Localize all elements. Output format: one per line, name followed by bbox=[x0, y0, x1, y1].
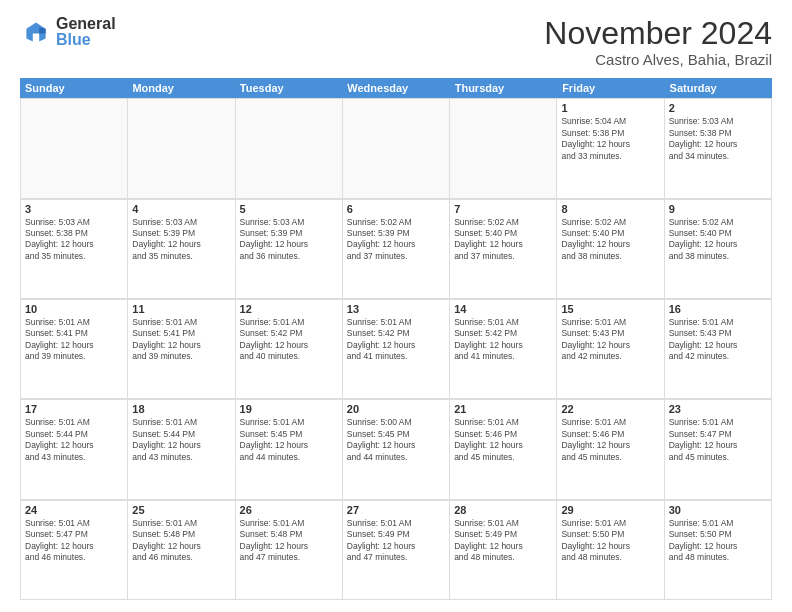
logo: General Blue bbox=[20, 16, 116, 48]
cell-info: Sunrise: 5:02 AM Sunset: 5:40 PM Dayligh… bbox=[454, 217, 552, 263]
day-number: 28 bbox=[454, 504, 552, 516]
calendar-cell: 7Sunrise: 5:02 AM Sunset: 5:40 PM Daylig… bbox=[450, 200, 557, 299]
calendar-cell: 16Sunrise: 5:01 AM Sunset: 5:43 PM Dayli… bbox=[665, 300, 772, 399]
day-number: 3 bbox=[25, 203, 123, 215]
calendar-cell: 9Sunrise: 5:02 AM Sunset: 5:40 PM Daylig… bbox=[665, 200, 772, 299]
cell-info: Sunrise: 5:00 AM Sunset: 5:45 PM Dayligh… bbox=[347, 417, 445, 463]
cell-info: Sunrise: 5:02 AM Sunset: 5:40 PM Dayligh… bbox=[669, 217, 767, 263]
cell-info: Sunrise: 5:03 AM Sunset: 5:39 PM Dayligh… bbox=[240, 217, 338, 263]
page: General Blue November 2024 Castro Alves,… bbox=[0, 0, 792, 612]
calendar-cell: 22Sunrise: 5:01 AM Sunset: 5:46 PM Dayli… bbox=[557, 400, 664, 499]
calendar-cell: 29Sunrise: 5:01 AM Sunset: 5:50 PM Dayli… bbox=[557, 501, 664, 600]
calendar-cell: 18Sunrise: 5:01 AM Sunset: 5:44 PM Dayli… bbox=[128, 400, 235, 499]
header-cell-saturday: Saturday bbox=[665, 78, 772, 98]
day-number: 22 bbox=[561, 403, 659, 415]
calendar-cell: 21Sunrise: 5:01 AM Sunset: 5:46 PM Dayli… bbox=[450, 400, 557, 499]
day-number: 26 bbox=[240, 504, 338, 516]
day-number: 7 bbox=[454, 203, 552, 215]
calendar-cell: 10Sunrise: 5:01 AM Sunset: 5:41 PM Dayli… bbox=[21, 300, 128, 399]
calendar-cell bbox=[450, 99, 557, 198]
day-number: 16 bbox=[669, 303, 767, 315]
day-number: 18 bbox=[132, 403, 230, 415]
calendar-row-1: 1Sunrise: 5:04 AM Sunset: 5:38 PM Daylig… bbox=[20, 98, 772, 198]
calendar-row-5: 24Sunrise: 5:01 AM Sunset: 5:47 PM Dayli… bbox=[20, 500, 772, 600]
day-number: 2 bbox=[669, 102, 767, 114]
header-cell-thursday: Thursday bbox=[450, 78, 557, 98]
cell-info: Sunrise: 5:03 AM Sunset: 5:39 PM Dayligh… bbox=[132, 217, 230, 263]
cell-info: Sunrise: 5:03 AM Sunset: 5:38 PM Dayligh… bbox=[25, 217, 123, 263]
cell-info: Sunrise: 5:01 AM Sunset: 5:44 PM Dayligh… bbox=[132, 417, 230, 463]
cell-info: Sunrise: 5:01 AM Sunset: 5:47 PM Dayligh… bbox=[25, 518, 123, 564]
cell-info: Sunrise: 5:01 AM Sunset: 5:46 PM Dayligh… bbox=[561, 417, 659, 463]
calendar-cell: 11Sunrise: 5:01 AM Sunset: 5:41 PM Dayli… bbox=[128, 300, 235, 399]
day-number: 11 bbox=[132, 303, 230, 315]
calendar-cell bbox=[21, 99, 128, 198]
day-number: 10 bbox=[25, 303, 123, 315]
cell-info: Sunrise: 5:01 AM Sunset: 5:49 PM Dayligh… bbox=[454, 518, 552, 564]
calendar-cell: 6Sunrise: 5:02 AM Sunset: 5:39 PM Daylig… bbox=[343, 200, 450, 299]
cell-info: Sunrise: 5:01 AM Sunset: 5:42 PM Dayligh… bbox=[347, 317, 445, 363]
calendar-cell: 20Sunrise: 5:00 AM Sunset: 5:45 PM Dayli… bbox=[343, 400, 450, 499]
calendar-cell: 2Sunrise: 5:03 AM Sunset: 5:38 PM Daylig… bbox=[665, 99, 772, 198]
calendar-cell: 13Sunrise: 5:01 AM Sunset: 5:42 PM Dayli… bbox=[343, 300, 450, 399]
day-number: 1 bbox=[561, 102, 659, 114]
day-number: 27 bbox=[347, 504, 445, 516]
logo-general-text: General bbox=[56, 16, 116, 32]
cell-info: Sunrise: 5:01 AM Sunset: 5:45 PM Dayligh… bbox=[240, 417, 338, 463]
day-number: 15 bbox=[561, 303, 659, 315]
calendar-cell bbox=[128, 99, 235, 198]
calendar-cell: 17Sunrise: 5:01 AM Sunset: 5:44 PM Dayli… bbox=[21, 400, 128, 499]
location: Castro Alves, Bahia, Brazil bbox=[544, 51, 772, 68]
day-number: 30 bbox=[669, 504, 767, 516]
cell-info: Sunrise: 5:01 AM Sunset: 5:47 PM Dayligh… bbox=[669, 417, 767, 463]
cell-info: Sunrise: 5:01 AM Sunset: 5:50 PM Dayligh… bbox=[561, 518, 659, 564]
calendar-cell bbox=[343, 99, 450, 198]
day-number: 13 bbox=[347, 303, 445, 315]
day-number: 9 bbox=[669, 203, 767, 215]
calendar-cell: 15Sunrise: 5:01 AM Sunset: 5:43 PM Dayli… bbox=[557, 300, 664, 399]
logo-text: General Blue bbox=[56, 16, 116, 48]
calendar-cell: 8Sunrise: 5:02 AM Sunset: 5:40 PM Daylig… bbox=[557, 200, 664, 299]
cell-info: Sunrise: 5:01 AM Sunset: 5:41 PM Dayligh… bbox=[132, 317, 230, 363]
header-cell-monday: Monday bbox=[127, 78, 234, 98]
calendar-cell: 30Sunrise: 5:01 AM Sunset: 5:50 PM Dayli… bbox=[665, 501, 772, 600]
calendar: SundayMondayTuesdayWednesdayThursdayFrid… bbox=[20, 78, 772, 600]
cell-info: Sunrise: 5:01 AM Sunset: 5:42 PM Dayligh… bbox=[454, 317, 552, 363]
calendar-cell: 14Sunrise: 5:01 AM Sunset: 5:42 PM Dayli… bbox=[450, 300, 557, 399]
month-title: November 2024 bbox=[544, 16, 772, 51]
calendar-cell: 12Sunrise: 5:01 AM Sunset: 5:42 PM Dayli… bbox=[236, 300, 343, 399]
cell-info: Sunrise: 5:01 AM Sunset: 5:44 PM Dayligh… bbox=[25, 417, 123, 463]
calendar-cell bbox=[236, 99, 343, 198]
day-number: 12 bbox=[240, 303, 338, 315]
cell-info: Sunrise: 5:04 AM Sunset: 5:38 PM Dayligh… bbox=[561, 116, 659, 162]
title-block: November 2024 Castro Alves, Bahia, Brazi… bbox=[544, 16, 772, 68]
cell-info: Sunrise: 5:01 AM Sunset: 5:50 PM Dayligh… bbox=[669, 518, 767, 564]
calendar-cell: 19Sunrise: 5:01 AM Sunset: 5:45 PM Dayli… bbox=[236, 400, 343, 499]
header: General Blue November 2024 Castro Alves,… bbox=[20, 16, 772, 68]
day-number: 8 bbox=[561, 203, 659, 215]
calendar-cell: 26Sunrise: 5:01 AM Sunset: 5:48 PM Dayli… bbox=[236, 501, 343, 600]
day-number: 6 bbox=[347, 203, 445, 215]
cell-info: Sunrise: 5:01 AM Sunset: 5:46 PM Dayligh… bbox=[454, 417, 552, 463]
cell-info: Sunrise: 5:02 AM Sunset: 5:40 PM Dayligh… bbox=[561, 217, 659, 263]
calendar-row-4: 17Sunrise: 5:01 AM Sunset: 5:44 PM Dayli… bbox=[20, 399, 772, 499]
header-cell-wednesday: Wednesday bbox=[342, 78, 449, 98]
day-number: 4 bbox=[132, 203, 230, 215]
day-number: 23 bbox=[669, 403, 767, 415]
cell-info: Sunrise: 5:01 AM Sunset: 5:48 PM Dayligh… bbox=[132, 518, 230, 564]
day-number: 19 bbox=[240, 403, 338, 415]
day-number: 25 bbox=[132, 504, 230, 516]
calendar-cell: 23Sunrise: 5:01 AM Sunset: 5:47 PM Dayli… bbox=[665, 400, 772, 499]
header-cell-sunday: Sunday bbox=[20, 78, 127, 98]
cell-info: Sunrise: 5:01 AM Sunset: 5:43 PM Dayligh… bbox=[561, 317, 659, 363]
cell-info: Sunrise: 5:01 AM Sunset: 5:43 PM Dayligh… bbox=[669, 317, 767, 363]
cell-info: Sunrise: 5:02 AM Sunset: 5:39 PM Dayligh… bbox=[347, 217, 445, 263]
cell-info: Sunrise: 5:03 AM Sunset: 5:38 PM Dayligh… bbox=[669, 116, 767, 162]
calendar-row-2: 3Sunrise: 5:03 AM Sunset: 5:38 PM Daylig… bbox=[20, 199, 772, 299]
day-number: 29 bbox=[561, 504, 659, 516]
calendar-cell: 25Sunrise: 5:01 AM Sunset: 5:48 PM Dayli… bbox=[128, 501, 235, 600]
calendar-cell: 24Sunrise: 5:01 AM Sunset: 5:47 PM Dayli… bbox=[21, 501, 128, 600]
cell-info: Sunrise: 5:01 AM Sunset: 5:41 PM Dayligh… bbox=[25, 317, 123, 363]
calendar-cell: 28Sunrise: 5:01 AM Sunset: 5:49 PM Dayli… bbox=[450, 501, 557, 600]
day-number: 17 bbox=[25, 403, 123, 415]
